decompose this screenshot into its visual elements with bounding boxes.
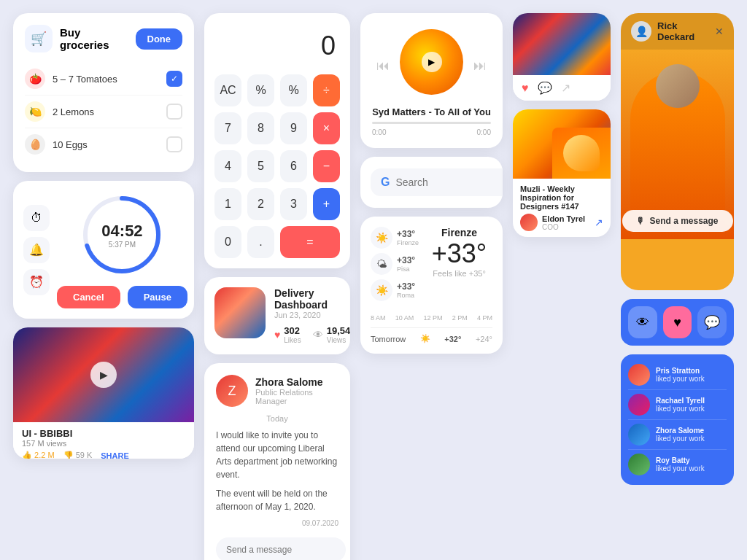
hour-12pm: 12 PM xyxy=(423,314,442,322)
likes-stat: ♥ 302 Likes xyxy=(274,325,301,344)
lemon-icon: 🍋 xyxy=(25,101,45,122)
notif-avatar xyxy=(628,364,650,386)
video-thumbnail[interactable]: ▶ xyxy=(13,327,194,422)
sun-icon: ☀️ xyxy=(371,227,392,249)
calc-percent1[interactable]: % xyxy=(247,74,274,106)
cart-icon: 🛒 xyxy=(25,25,53,52)
eye-button[interactable]: 👁 xyxy=(628,306,657,338)
timer-ring: 04:52 5:37 PM xyxy=(78,191,166,279)
grocery-item: 🍅 5 – 7 Tomatoes ✓ xyxy=(25,63,182,96)
calc-4[interactable]: 4 xyxy=(214,150,241,182)
music-card: ⏮ ▶ ⏭ Syd Matters - To All of You 0:00 0… xyxy=(360,13,503,148)
send-message-button[interactable]: 🎙 Send a message xyxy=(622,210,732,232)
inspiration-title: Muzli - Weekly Inspiration for Designers… xyxy=(520,184,603,211)
small-buttons-card: 👁 ♥ 💬 xyxy=(621,299,734,346)
inspiration-info: Muzli - Weekly Inspiration for Designers… xyxy=(513,179,611,237)
calc-equals[interactable]: = xyxy=(280,226,340,258)
play-button[interactable]: ▶ xyxy=(90,362,117,388)
art-card: ♥ 💬 ↗ xyxy=(513,13,611,101)
pause-button[interactable]: Pause xyxy=(128,286,187,308)
message-body2: The event will be held on the afternoon … xyxy=(216,487,338,513)
weather-side-item: ☀️ +33° Roma xyxy=(371,279,419,301)
progress-bar[interactable] xyxy=(372,122,491,124)
notif-avatar xyxy=(628,424,650,446)
item-text: 5 – 7 Tomatoes xyxy=(53,74,159,85)
item-text: 2 Lemons xyxy=(53,106,159,117)
calc-7[interactable]: 7 xyxy=(214,112,241,144)
search-card: G ➤ xyxy=(360,157,503,208)
calc-subtract[interactable]: − xyxy=(313,150,340,182)
calc-2[interactable]: 2 xyxy=(247,188,274,220)
calc-9[interactable]: 9 xyxy=(280,112,307,144)
bell-icon[interactable]: 🔔 xyxy=(23,237,50,263)
notif-avatar xyxy=(628,394,650,416)
sender-avatar: Z xyxy=(216,375,248,407)
item-check[interactable] xyxy=(166,136,182,152)
calc-6[interactable]: 6 xyxy=(280,150,307,182)
calc-divide[interactable]: ÷ xyxy=(313,74,340,106)
notif-text: Zhora Salomeliked your work xyxy=(656,427,705,443)
message-header: Z Zhora Salome Public Relations Manager xyxy=(216,375,338,407)
message-date-label: Today xyxy=(216,414,338,423)
message-timestamp: 09.07.2020 xyxy=(216,519,338,527)
like-count: 👍 2.2 M xyxy=(22,451,55,459)
item-text: 10 Eggs xyxy=(53,139,159,150)
share-button[interactable]: ↗ xyxy=(561,81,570,95)
calc-ac[interactable]: AC xyxy=(214,74,241,106)
inspiration-card: Muzli - Weekly Inspiration for Designers… xyxy=(513,109,611,237)
calc-5[interactable]: 5 xyxy=(247,150,274,182)
close-button[interactable]: ✕ xyxy=(715,26,724,37)
search-input[interactable] xyxy=(395,176,503,188)
weather-city: Firenze xyxy=(426,227,492,238)
play-button[interactable]: ▶ xyxy=(422,52,442,72)
time-start: 0:00 xyxy=(372,128,386,136)
share-button[interactable]: SHARE xyxy=(101,451,129,459)
like-button[interactable]: ♥ xyxy=(522,82,529,95)
alarm-icon[interactable]: ⏰ xyxy=(23,269,50,295)
views-label: Views xyxy=(327,336,350,344)
calc-percent2[interactable]: % xyxy=(280,74,307,106)
share-icon[interactable]: ↗ xyxy=(595,217,603,228)
timer-buttons: Cancel Pause xyxy=(57,286,187,308)
calc-dot[interactable]: . xyxy=(247,226,274,258)
message-button[interactable]: 💬 xyxy=(697,306,727,338)
comment-button[interactable]: 💬 xyxy=(538,81,552,95)
sender-name: Zhora Salome xyxy=(255,376,338,388)
calc-grid: AC % % ÷ 7 8 9 × 4 5 6 − 1 2 3 + 0 . = xyxy=(214,74,340,258)
done-button[interactable]: Done xyxy=(136,28,183,50)
tomorrow-icon: ☀️ xyxy=(420,334,430,343)
calc-8[interactable]: 8 xyxy=(247,112,274,144)
item-check[interactable]: ✓ xyxy=(166,71,182,87)
cancel-button[interactable]: Cancel xyxy=(57,286,120,308)
video-actions: 👍 2.2 M 👎 59 K SHARE xyxy=(22,451,185,459)
phone-header: 👤 Rick Deckard ✕ xyxy=(621,13,734,50)
next-button[interactable]: ⏭ xyxy=(473,58,487,74)
grocery-item: 🍋 2 Lemons xyxy=(25,96,182,128)
calc-3[interactable]: 3 xyxy=(280,188,307,220)
calc-0[interactable]: 0 xyxy=(214,226,241,258)
stopwatch-icon[interactable]: ⏱ xyxy=(23,205,50,231)
video-info: UI - BBIBBI 157 M views 👍 2.2 M 👎 59 K S… xyxy=(13,422,194,459)
notification-item: Rachael Tyrellliked your work xyxy=(628,390,727,420)
calc-add[interactable]: + xyxy=(313,188,340,220)
calc-multiply[interactable]: × xyxy=(313,112,340,144)
delivery-image xyxy=(214,287,266,338)
prev-button[interactable]: ⏮ xyxy=(376,58,390,74)
sender-info: Zhora Salome Public Relations Manager xyxy=(255,376,338,405)
calc-1[interactable]: 1 xyxy=(214,188,241,220)
author-info: Eldon Tyrel COO xyxy=(542,214,585,231)
weather-hourly: 8 AM 10 AM 12 PM 2 PM 4 PM xyxy=(371,314,492,322)
weather-card: ☀️ +33° Firenze 🌤 +33° Pisa xyxy=(360,217,503,354)
video-views: 157 M views xyxy=(22,439,185,448)
weather-tomorrow: Tomorrow ☀️ +32° +24° xyxy=(371,327,492,343)
send-message-label: Send a message xyxy=(649,216,718,226)
tomato-icon: 🍅 xyxy=(25,69,45,89)
heart-button[interactable]: ♥ xyxy=(663,306,692,338)
egg-icon: 🥚 xyxy=(25,134,45,155)
timer-card: ⏱ 🔔 ⏰ 04:52 5:37 PM xyxy=(13,181,194,319)
message-body1: I would like to invite you to attend our… xyxy=(216,429,338,481)
item-check[interactable] xyxy=(166,104,182,120)
video-card: ▶ UI - BBIBBI 157 M views 👍 2.2 M 👎 59 K… xyxy=(13,327,194,459)
notification-item: Roy Battyliked your work xyxy=(628,450,727,479)
message-input[interactable] xyxy=(216,537,346,560)
